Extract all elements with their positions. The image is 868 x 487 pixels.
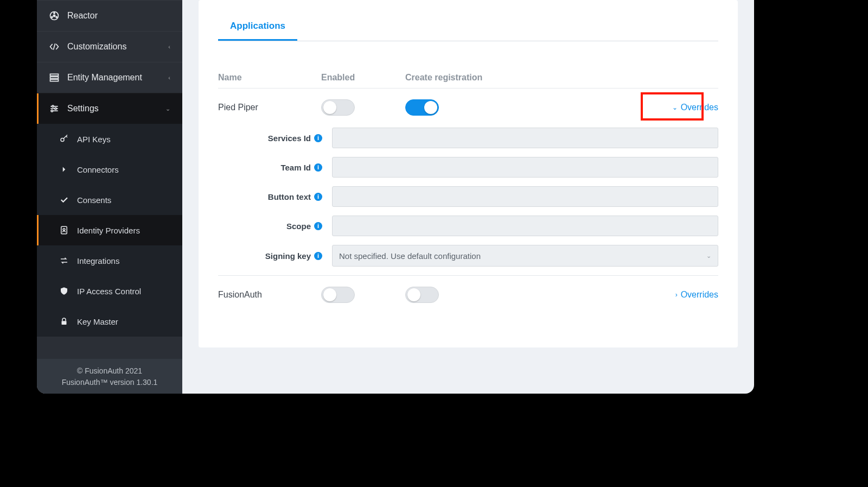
col-enabled: Enabled xyxy=(321,73,405,83)
svg-point-2 xyxy=(54,12,55,14)
signing-key-select[interactable]: Not specified. Use default configuration… xyxy=(332,245,718,267)
app-name: Pied Piper xyxy=(218,103,321,112)
team-id-input[interactable] xyxy=(332,157,718,178)
sidebar-item-connectors[interactable]: Connectors xyxy=(37,154,182,185)
sidebar-item-reactor[interactable]: Reactor xyxy=(37,0,182,31)
info-icon[interactable]: i xyxy=(314,252,322,260)
sidebar-item-ip-access[interactable]: IP Access Control xyxy=(37,276,182,306)
chevron-right-icon xyxy=(59,164,69,175)
chevron-down-icon: ⌄ xyxy=(706,252,711,260)
sidebar-item-label: IP Access Control xyxy=(77,287,141,296)
key-icon xyxy=(59,134,69,144)
sidebar-item-integrations[interactable]: Integrations xyxy=(37,245,182,276)
sidebar-item-label: Settings xyxy=(67,104,99,113)
table-row: FusionAuth › Overrides xyxy=(218,276,718,311)
svg-point-12 xyxy=(55,107,56,109)
sidebar-item-identity-providers[interactable]: Identity Providers xyxy=(37,215,182,245)
info-icon[interactable]: i xyxy=(314,134,322,142)
col-create-registration: Create registration xyxy=(405,73,648,83)
sidebar-item-label: Key Master xyxy=(77,317,118,326)
app-name: FusionAuth xyxy=(218,290,321,300)
svg-rect-6 xyxy=(50,74,59,75)
sidebar-item-settings[interactable]: Settings ⌄ xyxy=(37,93,182,124)
svg-point-14 xyxy=(51,110,53,112)
table-header: Name Enabled Create registration xyxy=(218,67,718,88)
label-button-text: Button text xyxy=(268,192,311,201)
tabs: Applications xyxy=(218,15,718,41)
chevron-down-icon: ⌄ xyxy=(672,104,678,111)
info-icon[interactable]: i xyxy=(314,193,322,201)
shield-icon xyxy=(59,286,69,296)
label-signing-key: Signing key xyxy=(265,251,311,261)
overrides-expand[interactable]: ⌄ Overrides xyxy=(672,103,718,112)
id-card-icon xyxy=(59,225,69,236)
chevron-left-icon: ‹ xyxy=(168,74,170,81)
stack-icon xyxy=(49,72,60,83)
sidebar-item-customizations[interactable]: Customizations ‹ xyxy=(37,31,182,62)
overrides-label: Overrides xyxy=(681,290,718,300)
enabled-toggle[interactable] xyxy=(321,287,355,303)
main-content: Applications Name Enabled Create registr… xyxy=(182,0,754,394)
button-text-input[interactable] xyxy=(332,186,718,207)
check-icon xyxy=(59,194,69,205)
svg-point-10 xyxy=(52,105,54,107)
svg-point-3 xyxy=(52,16,53,17)
svg-rect-8 xyxy=(50,79,59,81)
arrows-icon xyxy=(59,255,69,266)
sidebar-item-label: Customizations xyxy=(67,42,126,52)
create-registration-toggle[interactable] xyxy=(405,99,439,116)
sidebar-item-label: Connectors xyxy=(77,165,119,174)
svg-rect-18 xyxy=(62,321,67,325)
enabled-toggle[interactable] xyxy=(321,99,355,116)
overrides-panel: Services Idi Team Idi Button texti Scope… xyxy=(218,128,718,267)
svg-line-5 xyxy=(53,43,55,50)
col-name: Name xyxy=(218,73,321,83)
sidebar: Reactor Customizations ‹ Entity Manageme… xyxy=(37,0,182,394)
sidebar-item-entity-management[interactable]: Entity Management ‹ xyxy=(37,62,182,93)
footer-version: FusionAuth™ version 1.30.1 xyxy=(41,377,178,388)
sidebar-item-api-keys[interactable]: API Keys xyxy=(37,124,182,154)
sidebar-item-key-master[interactable]: Key Master xyxy=(37,306,182,337)
sidebar-item-label: Reactor xyxy=(67,11,98,21)
sidebar-item-label: Identity Providers xyxy=(77,226,140,235)
scope-input[interactable] xyxy=(332,216,718,236)
info-icon[interactable]: i xyxy=(314,222,322,230)
services-id-input[interactable] xyxy=(332,128,718,148)
overrides-label: Overrides xyxy=(681,103,718,112)
sidebar-item-label: Entity Management xyxy=(67,73,142,83)
overrides-expand[interactable]: › Overrides xyxy=(675,290,718,300)
tab-applications[interactable]: Applications xyxy=(218,15,297,41)
lock-icon xyxy=(59,316,69,327)
sidebar-item-consents[interactable]: Consents xyxy=(37,185,182,215)
svg-point-15 xyxy=(61,138,64,142)
footer-copyright: © FusionAuth 2021 xyxy=(41,365,178,377)
label-scope: Scope xyxy=(286,222,311,231)
chevron-down-icon: ⌄ xyxy=(165,105,170,112)
create-registration-toggle[interactable] xyxy=(405,287,439,303)
code-icon xyxy=(49,41,60,52)
sidebar-item-label: API Keys xyxy=(77,135,111,144)
reactor-icon xyxy=(49,10,60,21)
svg-rect-7 xyxy=(50,77,59,78)
sidebar-item-label: Integrations xyxy=(77,256,119,265)
svg-point-4 xyxy=(56,16,57,17)
chevron-left-icon: ‹ xyxy=(168,43,170,50)
settings-card: Applications Name Enabled Create registr… xyxy=(199,0,738,347)
sliders-icon xyxy=(49,103,60,114)
table-row: Pied Piper ⌄ Overrides xyxy=(218,88,718,123)
info-icon[interactable]: i xyxy=(314,163,322,172)
sidebar-item-label: Consents xyxy=(77,195,111,205)
chevron-right-icon: › xyxy=(675,291,678,299)
svg-point-17 xyxy=(63,229,65,231)
label-team-id: Team Id xyxy=(280,163,311,172)
select-value: Not specified. Use default configuration xyxy=(339,251,481,261)
label-services-id: Services Id xyxy=(268,134,311,143)
svg-point-1 xyxy=(53,15,55,16)
sidebar-footer: © FusionAuth 2021 FusionAuth™ version 1.… xyxy=(37,359,182,394)
